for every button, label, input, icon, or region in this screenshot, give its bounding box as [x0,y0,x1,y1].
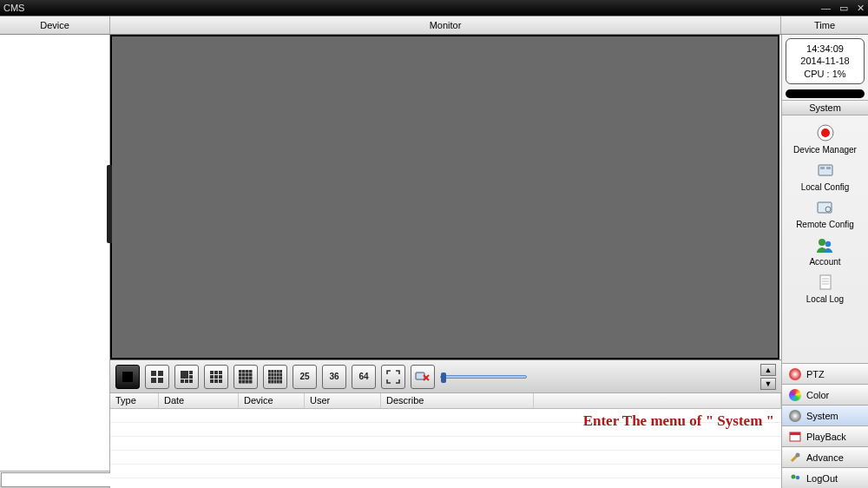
users-icon [789,472,801,485]
log-table: Type Date Device User Describe Enter The… [110,392,781,488]
svg-rect-14 [214,371,218,374]
svg-rect-34 [239,380,242,384]
layout-16-button[interactable] [233,365,258,389]
svg-rect-12 [189,379,193,383]
svg-rect-53 [268,380,271,384]
svg-rect-5 [151,378,156,383]
annotation-text: Enter The menu of " System " [583,412,774,430]
svg-rect-39 [271,370,273,373]
clock-cpu: CPU : 1% [786,68,864,80]
svg-rect-16 [210,375,214,379]
tab-advance[interactable]: Advance [782,446,868,467]
clock-time: 14:34:09 [786,43,864,55]
col-spacer [534,393,781,408]
playback-icon [789,431,801,443]
tab-color[interactable]: Color [782,384,868,405]
scroll-up-button[interactable]: ▲ [760,364,776,376]
svg-rect-2 [122,372,133,382]
svg-rect-30 [239,377,242,380]
svg-rect-46 [277,373,279,377]
svg-rect-45 [274,373,277,377]
fullscreen-button[interactable] [381,365,405,389]
col-user[interactable]: User [305,393,381,408]
log-header: Type Date Device User Describe [110,393,781,409]
system-remote-config[interactable]: Remote Config [796,195,854,231]
scroll-down-button[interactable]: ▼ [760,378,776,390]
table-row[interactable] [110,451,781,465]
minimize-icon[interactable]: — [821,3,831,13]
system-heading: System [782,100,868,115]
tab-playback[interactable]: PlayBack [782,425,868,446]
col-device[interactable]: Device [239,393,305,408]
svg-rect-27 [242,373,246,377]
svg-rect-24 [246,370,249,373]
system-local-log[interactable]: Local Log [806,270,844,306]
close-icon[interactable]: ✕ [857,3,865,14]
svg-rect-25 [249,370,253,373]
svg-rect-70 [820,275,831,289]
svg-rect-41 [277,370,279,373]
svg-rect-54 [271,380,273,384]
svg-rect-47 [279,373,282,377]
tab-ptz[interactable]: PTZ [782,363,868,384]
tab-logout[interactable]: LogOut [782,467,868,488]
system-device-manager[interactable]: Device Manager [793,121,857,156]
svg-point-76 [796,452,800,457]
col-type[interactable]: Type [110,393,159,408]
svg-rect-13 [210,371,214,374]
layout-8-button[interactable] [174,365,199,389]
svg-rect-52 [279,377,282,380]
layout-4-button[interactable] [145,365,169,389]
label: PTZ [806,369,825,379]
svg-point-78 [796,475,799,478]
svg-rect-17 [214,375,218,379]
layout-64-button[interactable]: 64 [352,365,376,389]
system-account[interactable]: Account [809,233,840,268]
svg-rect-44 [271,373,273,377]
config-icon [815,160,836,181]
table-row[interactable] [110,465,781,478]
titlebar: CMS — ▭ ✕ [0,0,868,16]
fullscreen-icon [386,370,400,384]
zoom-thumb[interactable] [441,373,446,383]
zoom-slider[interactable] [440,375,527,379]
svg-rect-11 [185,379,188,383]
record-icon [815,122,836,143]
label: Device Manager [793,145,857,155]
col-date[interactable]: Date [159,393,239,408]
table-row[interactable] [110,437,781,451]
color-icon [789,389,801,401]
video-area[interactable] [110,35,779,359]
disconnect-icon [415,370,431,384]
svg-rect-65 [826,167,831,169]
status-bar [786,89,865,98]
svg-rect-38 [268,370,271,373]
system-local-config[interactable]: Local Config [801,158,850,194]
gear-icon [789,410,801,422]
header-monitor: Monitor [110,16,781,34]
svg-rect-57 [279,380,282,384]
app-title: CMS [3,3,24,13]
tab-system[interactable]: System [782,405,868,425]
col-describe[interactable]: Describe [381,393,534,408]
svg-rect-22 [239,370,242,373]
disconnect-all-button[interactable] [411,365,435,389]
layout-9-button[interactable] [204,365,228,389]
svg-rect-36 [246,380,249,384]
layout-36-button[interactable]: 36 [322,365,346,389]
layout-25-button[interactable]: 25 [293,365,317,389]
layout-1-button[interactable] [115,365,140,389]
header-time: Time [781,16,868,34]
svg-point-68 [819,239,825,246]
svg-rect-64 [820,167,825,169]
account-icon [814,234,835,255]
device-tree[interactable] [0,35,109,471]
header: Device Monitor Time [0,16,868,35]
svg-rect-9 [189,375,193,379]
svg-rect-7 [181,371,188,379]
panel-collapse-handle[interactable] [107,165,112,243]
svg-rect-35 [242,380,246,384]
svg-rect-18 [219,375,222,379]
layout-20-button[interactable] [263,365,287,389]
maximize-icon[interactable]: ▭ [839,3,848,14]
